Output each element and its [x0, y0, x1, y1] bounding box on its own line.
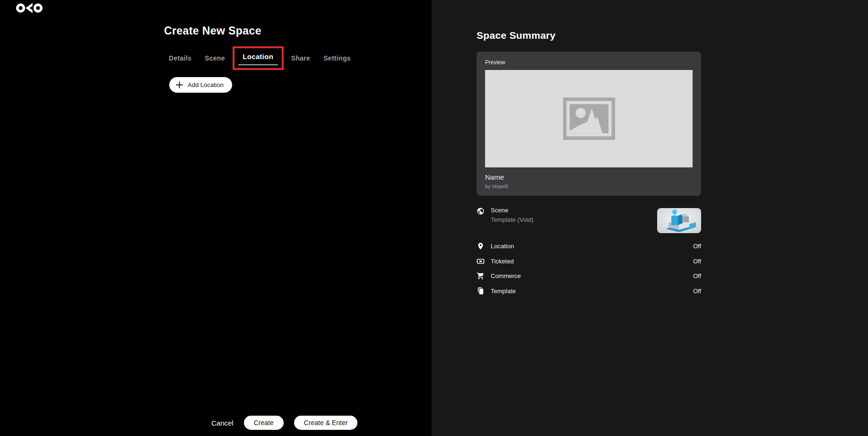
- tab-location-highlight-box[interactable]: Location: [233, 46, 284, 70]
- map-pin-icon: [477, 242, 485, 250]
- scene-thumbnail: [657, 208, 701, 233]
- ticketed-row-label: Ticketed: [491, 258, 514, 265]
- space-name: Name: [485, 173, 693, 181]
- location-row-label: Location: [491, 243, 514, 250]
- create-new-space-screen: Create New Space Details Scene Location …: [0, 0, 868, 436]
- tab-settings[interactable]: Settings: [323, 54, 351, 62]
- summary-row-commerce: Commerce Off: [477, 272, 701, 280]
- add-location-button[interactable]: Add Location: [169, 77, 232, 93]
- space-byline: by HopeR: [485, 183, 693, 189]
- preview-label: Preview: [485, 59, 693, 66]
- create-and-enter-button[interactable]: Create & Enter: [294, 416, 358, 430]
- oko-logo[interactable]: [16, 2, 43, 16]
- commerce-row-label: Commerce: [491, 272, 521, 279]
- active-tab-underline: [238, 64, 278, 65]
- create-button[interactable]: Create: [244, 416, 284, 430]
- tab-details[interactable]: Details: [169, 54, 191, 62]
- scene-row-label: Scene: [491, 207, 533, 214]
- footer-actions: Cancel Create Create & Enter: [211, 416, 357, 430]
- oko-logo-icon: [16, 2, 43, 14]
- space-summary-panel: Space Summary Preview Name by HopeR Scen…: [432, 0, 868, 436]
- add-location-label: Add Location: [188, 81, 224, 88]
- location-row-value: Off: [693, 243, 701, 250]
- globe-icon: [477, 207, 485, 215]
- summary-heading: Space Summary: [477, 30, 556, 41]
- left-panel: Create New Space Details Scene Location …: [0, 0, 432, 436]
- preview-image-placeholder: [485, 70, 693, 167]
- cancel-button[interactable]: Cancel: [211, 419, 234, 427]
- template-row-label: Template: [491, 288, 516, 295]
- summary-row-scene: Scene Template (Void): [477, 207, 701, 223]
- tab-location[interactable]: Location: [243, 52, 273, 61]
- ticket-icon: [477, 257, 485, 265]
- tab-share[interactable]: Share: [291, 54, 310, 62]
- scene-thumbnail-image: [657, 208, 701, 233]
- copy-icon: [477, 287, 485, 295]
- cart-icon: [477, 272, 485, 280]
- scene-template-name: Template (Void): [491, 216, 533, 223]
- summary-row-template: Template Off: [477, 287, 701, 295]
- image-placeholder-icon: [563, 97, 616, 140]
- tab-scene[interactable]: Scene: [205, 54, 225, 62]
- ticketed-row-value: Off: [693, 258, 701, 265]
- preview-card: Preview Name by HopeR: [477, 52, 701, 196]
- plus-icon: [176, 81, 183, 88]
- tab-bar: Details Scene Location Share Settings: [169, 45, 351, 71]
- summary-row-location: Location Off: [477, 242, 701, 250]
- summary-row-ticketed: Ticketed Off: [477, 257, 701, 265]
- template-row-value: Off: [693, 288, 701, 295]
- commerce-row-value: Off: [693, 272, 701, 279]
- page-title: Create New Space: [164, 25, 261, 37]
- scene-labels: Scene Template (Void): [491, 207, 533, 223]
